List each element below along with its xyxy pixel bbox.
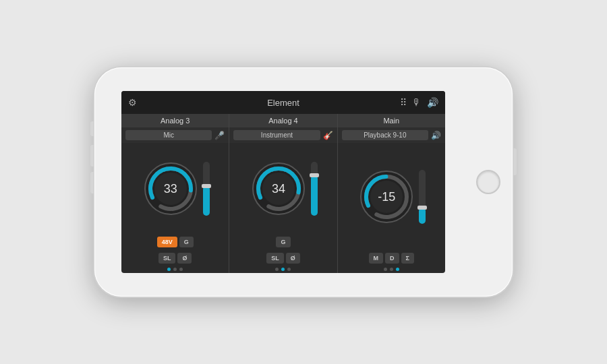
channel-main-input-row: Playback 9-10 🔊 [338, 127, 445, 143]
channel-analog3-input-row: Mic 🎤 [121, 127, 229, 143]
btn-sigma-main[interactable]: Σ [401, 253, 414, 264]
channel-main-input-label[interactable]: Playback 9-10 [342, 130, 428, 140]
dot-7 [384, 268, 387, 271]
channel-analog4: Analog 4 Instrument 🎸 34 [229, 114, 337, 273]
btn-48v[interactable]: 48V [157, 237, 177, 247]
channel-analog4-buttons-top: G [229, 234, 337, 250]
btn-phase-analog4[interactable]: Ø [286, 253, 300, 264]
dot-2 [173, 268, 177, 271]
top-bar-right: ⠿ 🎙 🔊 [400, 97, 438, 108]
top-bar: ⚙ Element ⠿ 🎙 🔊 [121, 91, 445, 114]
channel-analog4-buttons-bottom: SL Ø [229, 250, 337, 266]
menu-icon[interactable]: ⠿ [400, 97, 407, 108]
home-button[interactable] [476, 170, 500, 194]
channel-analog3-knob[interactable]: 33 [141, 159, 200, 218]
settings-icon[interactable]: ⚙ [128, 97, 137, 108]
channel-analog4-value: 34 [272, 181, 285, 195]
channel-main: Main Playback 9-10 🔊 -15 [338, 114, 445, 273]
channel-analog4-input-row: Instrument 🎸 [229, 127, 337, 143]
channel-analog4-dots [229, 266, 337, 273]
channel-analog3: Analog 3 Mic 🎤 [121, 114, 229, 273]
dot-9 [396, 268, 399, 271]
channel-analog4-fader[interactable] [311, 162, 318, 216]
channel-analog3-dots [121, 266, 229, 273]
channel-analog4-fader-fill [311, 175, 318, 216]
volume-down-button[interactable] [90, 172, 94, 193]
channel-main-fader[interactable] [419, 170, 426, 224]
channel-analog3-buttons-top: 48V G [121, 234, 229, 250]
channel-main-dots [338, 266, 445, 273]
app-screen: ⚙ Element ⠿ 🎙 🔊 Analog 3 Mic 🎤 [121, 91, 445, 273]
channel-main-knob[interactable]: -15 [357, 167, 416, 226]
dot-6 [287, 268, 291, 271]
btn-g-analog3[interactable]: G [179, 237, 194, 247]
btn-m-main[interactable]: M [369, 253, 384, 264]
channel-main-value: -15 [378, 189, 395, 204]
channel-analog3-fader-fill [203, 186, 210, 216]
channel-main-input-icon: 🔊 [431, 131, 441, 140]
dot-8 [390, 268, 393, 271]
channel-main-knob-area: -15 [338, 143, 445, 250]
app-title: Element [267, 98, 299, 108]
dot-3 [179, 268, 183, 271]
channel-main-header: Main [338, 114, 445, 127]
channel-analog3-value: 33 [164, 181, 177, 195]
channel-analog3-input-label[interactable]: Mic [125, 130, 212, 140]
channel-analog3-header: Analog 3 [121, 114, 229, 127]
dot-1 [167, 268, 171, 271]
dot-4 [275, 268, 279, 271]
phone-shell: ⚙ Element ⠿ 🎙 🔊 Analog 3 Mic 🎤 [94, 67, 513, 297]
mic-icon[interactable]: 🎙 [412, 97, 422, 108]
channel-main-fader-fill [419, 208, 426, 224]
channel-analog4-fader-handle [310, 173, 319, 177]
channel-analog4-knob[interactable]: 34 [249, 159, 308, 218]
channel-analog4-input-icon: 🎸 [323, 131, 333, 140]
power-button[interactable] [513, 148, 517, 175]
btn-d-main[interactable]: D [385, 253, 399, 264]
dot-5 [281, 268, 285, 271]
channel-main-buttons: M D Σ [338, 250, 445, 266]
channel-analog3-fader-handle [202, 184, 211, 188]
btn-g-analog4[interactable]: G [276, 237, 290, 247]
btn-sl-analog3[interactable]: SL [158, 253, 176, 264]
channel-main-fader-handle [417, 206, 427, 210]
volume-up-button[interactable] [90, 145, 94, 166]
channel-analog3-buttons-bottom: SL Ø [121, 250, 229, 266]
channel-analog4-header: Analog 4 [229, 114, 337, 127]
btn-sl-analog4[interactable]: SL [266, 253, 284, 264]
speaker-icon[interactable]: 🔊 [427, 97, 438, 108]
channel-analog3-knob-area: 33 [121, 143, 229, 234]
top-bar-left: ⚙ [128, 97, 137, 108]
channel-analog4-knob-area: 34 [229, 143, 337, 234]
btn-phase-analog3[interactable]: Ø [177, 253, 192, 264]
channels-container: Analog 3 Mic 🎤 [121, 114, 445, 273]
silent-button[interactable] [90, 121, 94, 136]
channel-analog3-fader[interactable] [203, 162, 210, 216]
channel-analog3-input-icon: 🎤 [214, 131, 225, 140]
channel-analog4-input-label[interactable]: Instrument [233, 130, 320, 140]
